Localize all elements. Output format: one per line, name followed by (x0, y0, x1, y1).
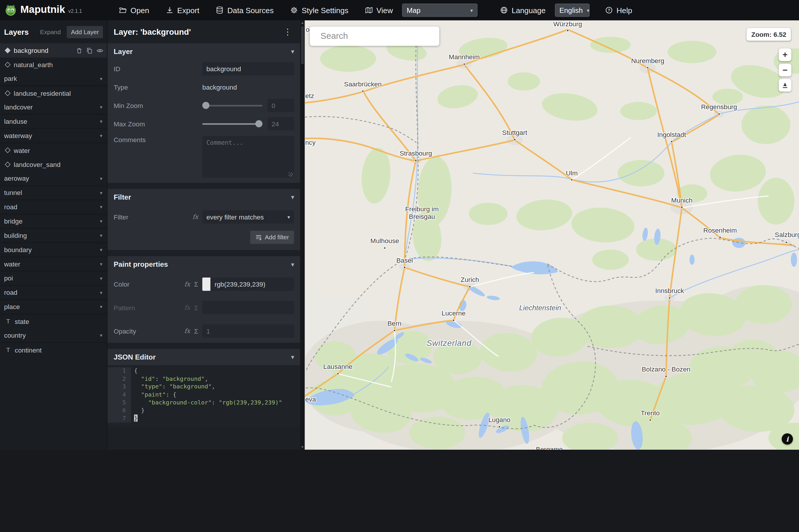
paint-section-title: Paint properties (114, 260, 168, 268)
layer-list-item-state[interactable]: Tstate (0, 314, 107, 328)
style-settings-button[interactable]: Style Settings (282, 0, 357, 20)
add-filter-button[interactable]: Add filter (250, 230, 294, 244)
comments-textarea[interactable] (202, 136, 294, 178)
city-dot (665, 375, 667, 378)
scrollbar-thumb[interactable] (301, 26, 304, 64)
layer-label: bridge (4, 217, 22, 225)
data-sources-button[interactable]: Data Sources (207, 0, 282, 20)
layer-list-item-country[interactable]: country▾ (0, 328, 107, 343)
view-select[interactable]: Map ▾ (402, 3, 478, 17)
json-code-editor[interactable]: 1234567 { "id": "background", "type": "b… (108, 365, 300, 426)
attribution-info-button[interactable]: i (782, 433, 793, 444)
layer-editor-title: Layer: 'background' (114, 27, 281, 36)
layer-list-item-landcover_sand[interactable]: landcover_sand (0, 157, 107, 172)
duplicate-layer-icon[interactable] (86, 47, 93, 54)
city-dot (668, 297, 671, 299)
layer-list-item-landuse_residential[interactable]: landuse_residential (0, 86, 107, 100)
download-icon (166, 6, 174, 14)
chevron-down-icon: ▾ (587, 7, 590, 13)
city-dot (719, 236, 721, 239)
resize-grip[interactable] (289, 172, 293, 177)
open-button[interactable]: Open (111, 0, 157, 20)
layer-list-item-landuse[interactable]: landuse▾ (0, 115, 107, 129)
background-pattern-input[interactable] (202, 301, 294, 314)
min-zoom-label: Min Zoom (114, 101, 202, 109)
layer-list-item-natural_earth[interactable]: natural_earth (0, 57, 107, 72)
chevron-down-icon: ▾ (470, 7, 473, 13)
app-brand[interactable]: Maputnik v2.1.1 (0, 3, 82, 17)
view-label: View (376, 6, 393, 15)
language-button[interactable]: Language (492, 0, 554, 20)
color-swatch[interactable] (202, 278, 210, 291)
delete-layer-icon[interactable] (76, 47, 82, 54)
layer-list-item-background[interactable]: background (0, 43, 107, 57)
layer-list-item-road[interactable]: road▾ (0, 286, 107, 300)
city-dot (566, 29, 569, 32)
add-layer-button[interactable]: Add Layer (67, 26, 103, 38)
help-button[interactable]: ? Help (597, 0, 640, 20)
city-dot (514, 138, 516, 141)
scroll-up-icon[interactable]: ▲ (301, 20, 304, 25)
layer-row-actions (76, 47, 107, 54)
data-function-icon[interactable]: Σ (194, 327, 198, 335)
min-zoom-slider[interactable] (202, 99, 262, 112)
opacity-row: Opacity fx Σ (108, 319, 300, 343)
filter-combinator-value: every filter matches (206, 213, 264, 221)
min-zoom-input[interactable] (267, 99, 294, 112)
zoom-out-button[interactable]: − (779, 64, 792, 76)
layer-list-item-continent[interactable]: Tcontinent (0, 343, 107, 357)
map-canvas[interactable]: ocWürzburgMannheimNurembergSaarbrückenet… (305, 20, 799, 450)
layer-list-item-park[interactable]: park▾ (0, 72, 107, 86)
comments-row: Comments (108, 133, 300, 183)
editor-scrollbar[interactable]: ▲ ▼ (300, 20, 305, 450)
expression-icon[interactable]: fx (184, 327, 190, 335)
layer-section-title: Layer (114, 47, 133, 55)
paint-section-header[interactable]: Paint properties ▾ (108, 256, 300, 272)
layer-list-item-water[interactable]: water (0, 143, 107, 157)
compass-button[interactable] (779, 79, 792, 92)
max-zoom-slider[interactable] (202, 117, 262, 130)
max-zoom-input[interactable] (267, 117, 294, 130)
layer-section-header[interactable]: Layer ▾ (108, 43, 300, 59)
chevron-down-icon: ▾ (291, 48, 294, 55)
export-button[interactable]: Export (157, 0, 208, 20)
scroll-down-icon[interactable]: ▼ (301, 444, 304, 450)
map-place-label: Bern (388, 320, 402, 327)
map-place-label: Munich (671, 196, 692, 204)
expression-icon[interactable]: fx (184, 281, 190, 287)
layer-list-item-road[interactable]: road▾ (0, 200, 107, 214)
json-editor-header[interactable]: JSON Editor ▾ (108, 349, 300, 365)
view-button[interactable]: View (357, 0, 401, 20)
layer-options-menu-icon[interactable]: ⋮ (281, 26, 294, 37)
layer-list-item-water[interactable]: water▾ (0, 257, 107, 271)
layer-label: road (4, 203, 17, 211)
background-color-input[interactable] (210, 278, 294, 291)
map-search-box[interactable] (310, 26, 439, 46)
layer-list-item-place[interactable]: place▾ (0, 300, 107, 314)
zoom-in-button[interactable]: + (779, 49, 792, 61)
layer-list-item-bridge[interactable]: bridge▾ (0, 214, 107, 229)
data-function-icon[interactable]: Σ (194, 304, 198, 311)
map-place-label: etz (305, 92, 314, 99)
chevron-down-icon: ▾ (100, 290, 107, 295)
layer-list-item-waterway[interactable]: waterway▾ (0, 129, 107, 143)
layer-list-item-landcover[interactable]: landcover▾ (0, 100, 107, 115)
filter-section-header[interactable]: Filter ▾ (108, 189, 300, 205)
layer-list-item-tunnel[interactable]: tunnel▾ (0, 186, 107, 200)
layer-list-item-boundary[interactable]: boundary▾ (0, 243, 107, 257)
data-function-icon[interactable]: Σ (194, 281, 198, 288)
layer-list-item-poi[interactable]: poi▾ (0, 271, 107, 286)
expression-icon[interactable]: fx (184, 304, 190, 311)
layer-list-item-aeroway[interactable]: aeroway▾ (0, 172, 107, 186)
expand-layers-button[interactable]: Expand (38, 26, 63, 37)
filter-combinator-select[interactable]: every filter matches ▾ (202, 210, 294, 224)
map-search-input[interactable] (319, 31, 434, 42)
layer-label: water (4, 260, 20, 268)
layer-id-input[interactable] (202, 62, 294, 75)
layer-list-item-building[interactable]: building▾ (0, 229, 107, 243)
language-select[interactable]: English ▾ (555, 3, 590, 17)
background-opacity-input[interactable] (202, 324, 294, 338)
toggle-visibility-icon[interactable] (96, 47, 104, 54)
expression-icon[interactable]: fx (192, 213, 198, 220)
map-place-label: Zurich (461, 276, 479, 283)
